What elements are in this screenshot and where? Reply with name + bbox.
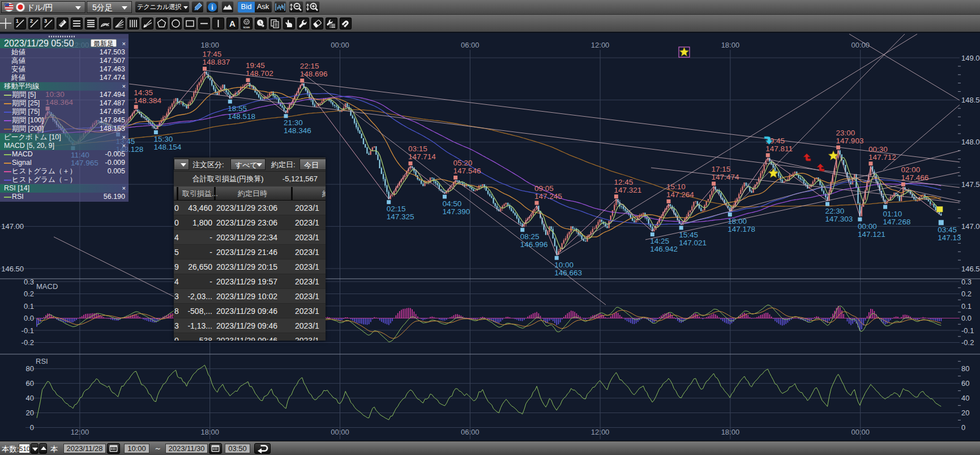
svg-text:146.50: 146.50: [1, 265, 24, 273]
svg-text:icon: icon: [243, 25, 250, 29]
svg-text:20: 20: [961, 409, 969, 417]
svg-text:147.303: 147.303: [825, 215, 853, 223]
svg-text:147.245: 147.245: [534, 192, 562, 201]
svg-text:40: 40: [961, 394, 969, 402]
svg-text:12:00: 12:00: [71, 428, 89, 436]
svg-text:15:45: 15:45: [679, 231, 698, 239]
svg-text:1: 1: [16, 18, 19, 24]
svg-text:148.837: 148.837: [203, 58, 230, 66]
svg-text:147.712: 147.712: [868, 153, 896, 161]
svg-text:19:45: 19:45: [246, 61, 265, 70]
svg-text:147.00: 147.00: [961, 222, 980, 231]
svg-text:147.466: 147.466: [901, 173, 928, 182]
svg-text:14:35: 14:35: [134, 88, 153, 97]
svg-text:12:00: 12:00: [591, 428, 610, 436]
svg-text:2: 2: [30, 18, 33, 24]
svg-text:3: 3: [44, 18, 47, 24]
svg-text:147.00: 147.00: [1, 222, 24, 231]
svg-text:147.714: 147.714: [408, 152, 436, 161]
svg-text:0.3: 0.3: [961, 278, 972, 286]
svg-text:148.00: 148.00: [961, 138, 980, 146]
svg-text:147.390: 147.390: [442, 207, 470, 216]
svg-text:18:00: 18:00: [200, 41, 219, 49]
svg-text:RSI: RSI: [36, 357, 48, 365]
svg-text:0.3: 0.3: [24, 278, 34, 286]
svg-text:-0.1: -0.1: [961, 326, 974, 335]
svg-text:-0.2: -0.2: [22, 338, 34, 347]
svg-text:147.321: 147.321: [614, 186, 641, 194]
svg-text:146.942: 146.942: [650, 245, 678, 253]
svg-text:0.0: 0.0: [961, 314, 972, 322]
svg-text:14:25: 14:25: [650, 237, 669, 245]
svg-text:-0.1: -0.1: [22, 326, 34, 335]
svg-text:0.1: 0.1: [24, 302, 34, 311]
svg-text:12:00: 12:00: [591, 41, 610, 49]
svg-text:22:15: 22:15: [300, 62, 319, 70]
svg-text:0: 0: [961, 423, 965, 432]
svg-text:147.178: 147.178: [727, 225, 755, 233]
svg-text:149.00: 149.00: [961, 54, 980, 62]
svg-text:-0.2: -0.2: [961, 338, 974, 347]
svg-text:148.384: 148.384: [134, 96, 161, 105]
svg-text:147.264: 147.264: [666, 190, 694, 199]
svg-text:0: 0: [30, 423, 34, 432]
svg-text:22:30: 22:30: [825, 207, 845, 215]
svg-text:09:05: 09:05: [534, 184, 554, 193]
svg-text:03:45: 03:45: [938, 226, 957, 234]
svg-text:147.811: 147.811: [765, 144, 793, 153]
svg-text:148.702: 148.702: [246, 69, 273, 78]
svg-text:04:50: 04:50: [442, 199, 461, 208]
svg-text:00:00: 00:00: [858, 222, 877, 231]
svg-text:147.13: 147.13: [938, 233, 961, 242]
svg-text:0.2: 0.2: [961, 290, 972, 298]
svg-text:0.2: 0.2: [24, 290, 34, 298]
svg-text:146.50: 146.50: [961, 265, 980, 273]
svg-text:148.346: 148.346: [284, 126, 311, 135]
svg-text:18:00: 18:00: [721, 428, 740, 436]
svg-text:148.696: 148.696: [300, 70, 328, 78]
svg-text:18:00: 18:00: [727, 217, 747, 226]
svg-text:40: 40: [26, 394, 34, 402]
svg-text:10:00: 10:00: [554, 261, 574, 269]
svg-text:148.518: 148.518: [228, 112, 255, 121]
svg-text:147.268: 147.268: [883, 218, 911, 226]
svg-text:17:45: 17:45: [203, 50, 222, 58]
svg-text:18:00: 18:00: [200, 428, 219, 436]
svg-text:MACD: MACD: [36, 282, 58, 291]
svg-text:A: A: [229, 19, 236, 28]
svg-text:80: 80: [961, 364, 969, 373]
svg-text:0.1: 0.1: [961, 302, 972, 311]
svg-text:12:45: 12:45: [614, 178, 633, 186]
svg-text:06:00: 06:00: [461, 428, 480, 436]
svg-text:05:20: 05:20: [453, 159, 473, 167]
svg-text:146.996: 146.996: [520, 240, 548, 249]
svg-text:147.50: 147.50: [961, 180, 980, 189]
svg-text:147.903: 147.903: [836, 137, 864, 145]
svg-text:15:10: 15:10: [666, 182, 686, 191]
svg-text:00:00: 00:00: [331, 428, 349, 436]
svg-text:80: 80: [26, 364, 34, 373]
svg-text:02:15: 02:15: [387, 205, 406, 213]
svg-text:148.50: 148.50: [961, 96, 980, 104]
svg-text:147.121: 147.121: [858, 230, 885, 239]
svg-text:00:30: 00:30: [868, 145, 888, 154]
svg-text:00:00: 00:00: [851, 428, 870, 436]
svg-text:00:00: 00:00: [851, 41, 870, 49]
svg-text:02:00: 02:00: [901, 165, 920, 174]
svg-text:03:15: 03:15: [408, 144, 427, 153]
svg-text:147.546: 147.546: [453, 167, 481, 175]
svg-text:148.154: 148.154: [153, 143, 181, 151]
svg-text:0.0: 0.0: [24, 314, 34, 322]
svg-text:17:15: 17:15: [712, 165, 731, 173]
svg-text:20: 20: [26, 409, 34, 417]
svg-text:147.474: 147.474: [712, 173, 739, 181]
svg-text:15:30: 15:30: [153, 135, 173, 143]
svg-text:00:00: 00:00: [331, 41, 349, 49]
svg-text:60: 60: [961, 379, 969, 388]
svg-text:18:00: 18:00: [721, 41, 740, 49]
svg-text:60: 60: [26, 379, 34, 388]
svg-text:21:30: 21:30: [284, 118, 303, 127]
svg-text:147.021: 147.021: [679, 239, 707, 247]
svg-text:06:00: 06:00: [461, 41, 480, 49]
svg-text:18:55: 18:55: [228, 104, 247, 113]
